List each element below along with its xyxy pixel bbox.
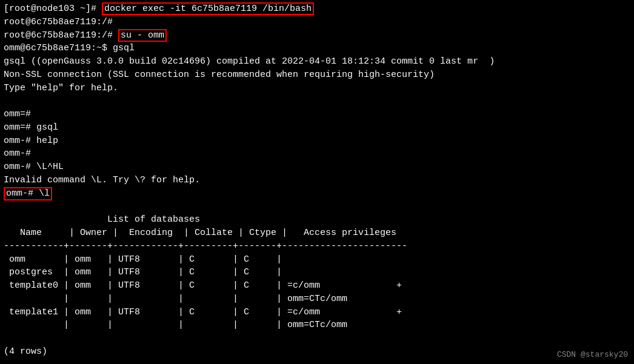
table-row-omm: omm | omm | UTF8 | C | C | bbox=[4, 253, 630, 266]
blank-4 bbox=[4, 359, 630, 365]
line-14: omm-# \l bbox=[4, 187, 630, 200]
line-6: Non-SSL connection (SSL connection is re… bbox=[4, 68, 630, 82]
line-3: root@6c75b8ae7119:/# su - omm bbox=[4, 29, 630, 42]
backslash-l-highlight: omm-# \l bbox=[4, 187, 52, 200]
line-rows: (4 rows) bbox=[4, 345, 630, 359]
docker-command-highlight: docker exec -it 6c75b8ae7119 /bin/bash bbox=[102, 2, 314, 15]
watermark: CSDN @starsky20 bbox=[557, 350, 628, 359]
blank-3 bbox=[4, 332, 630, 345]
line-1: [root@node103 ~]# docker exec -it 6c75b8… bbox=[4, 2, 630, 16]
line-10: omm-# help bbox=[4, 134, 630, 148]
line-13: Invalid command \L. Try \? for help. bbox=[4, 174, 630, 187]
line-9: omm=# gsql bbox=[4, 121, 630, 134]
table-row-template0-1: template0 | omm | UTF8 | C | C | =c/omm … bbox=[4, 279, 630, 293]
prompt-root2: root@6c75b8ae7119:/# bbox=[4, 30, 118, 41]
table-row-template1-2: | | | | | omm=CTc/omm bbox=[4, 319, 630, 332]
blank-2 bbox=[4, 200, 630, 214]
line-12: omm-# \L^HL bbox=[4, 160, 630, 174]
prompt-root: [root@node103 ~]# bbox=[4, 4, 102, 14]
line-7: Type "help" for help. bbox=[4, 82, 630, 95]
blank-1 bbox=[4, 94, 630, 108]
su-command-highlight: su - omm bbox=[118, 29, 167, 42]
table-header: Name | Owner | Encoding | Collate | Ctyp… bbox=[4, 227, 630, 240]
table-title: List of databases bbox=[4, 213, 630, 227]
table-row-template1-1: template1 | omm | UTF8 | C | C | =c/omm … bbox=[4, 306, 630, 319]
line-4: omm@6c75b8ae7119:~$ gsql bbox=[4, 42, 630, 55]
table-row-template0-2: | | | | | omm=CTc/omm bbox=[4, 293, 630, 306]
terminal: [root@node103 ~]# docker exec -it 6c75b8… bbox=[0, 0, 634, 364]
line-5: gsql ((openGauss 3.0.0 build 02c14696) c… bbox=[4, 55, 630, 68]
line-2: root@6c75b8ae7119:/# bbox=[4, 16, 630, 29]
table-sep: -----------+-------+------------+-------… bbox=[4, 240, 630, 253]
line-11: omm-# bbox=[4, 147, 630, 160]
table-row-postgres: postgres | omm | UTF8 | C | C | bbox=[4, 266, 630, 279]
line-8: omm=# bbox=[4, 108, 630, 121]
